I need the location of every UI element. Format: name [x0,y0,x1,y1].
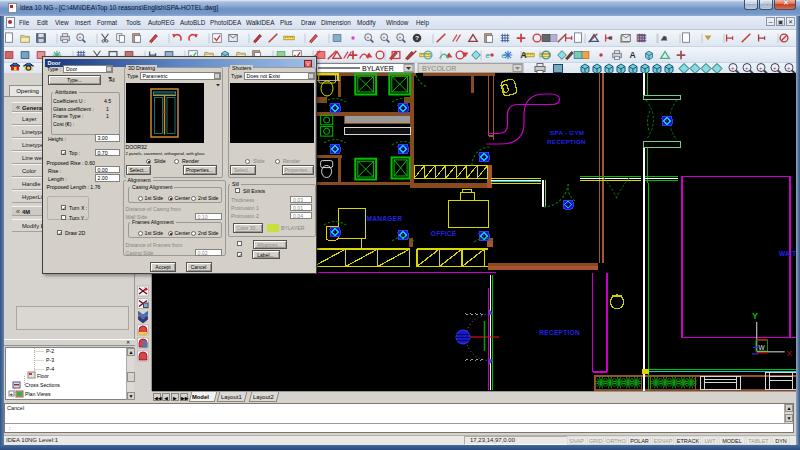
svg-text:RECEPTION: RECEPTION [539,329,580,336]
svg-text:SPA - GYM: SPA - GYM [550,129,584,136]
svg-text:+: + [398,34,401,40]
svg-text:BYCOLOR: BYCOLOR [422,65,456,72]
svg-text:BYLAYER: BYLAYER [362,65,394,72]
svg-text:A: A [521,50,527,60]
svg-text:RECEPTION: RECEPTION [547,138,586,145]
svg-text:W: W [759,344,766,351]
svg-text:MANAGER: MANAGER [367,215,403,222]
svg-text:X: X [787,349,793,358]
svg-text:+: + [10,391,14,397]
svg-text:+: + [78,34,81,40]
svg-text:+: + [773,65,777,71]
svg-text:+: + [382,34,385,40]
svg-text:e: e [486,51,491,60]
svg-text:+: + [366,34,369,40]
svg-text:A: A [630,50,636,60]
svg-text:+: + [759,65,763,71]
svg-text:+: + [745,65,749,71]
svg-text:?: ? [415,35,419,41]
svg-text:Y: Y [752,311,758,321]
svg-text:+: + [787,65,791,71]
svg-text:OFFICE: OFFICE [431,230,457,237]
svg-text:WAIT: WAIT [779,250,796,257]
svg-text:+: + [731,65,735,71]
